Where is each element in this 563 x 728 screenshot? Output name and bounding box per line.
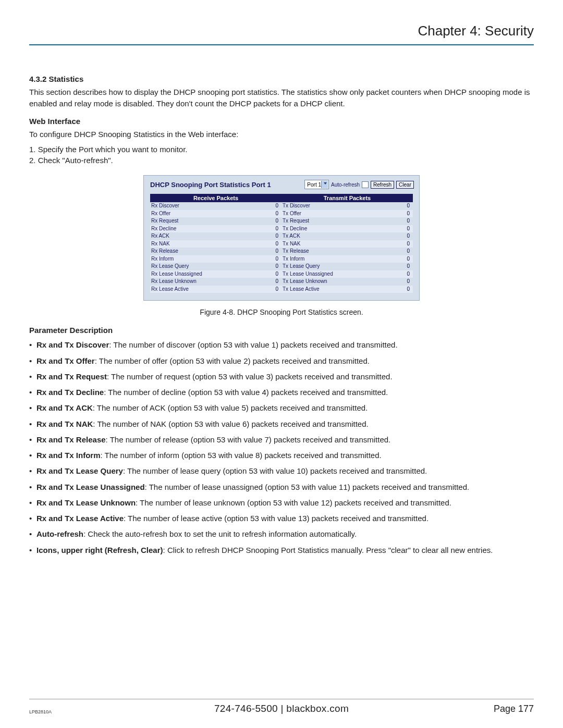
stat-row: Tx Discover0 <box>282 202 413 210</box>
stat-label: Tx Discover <box>283 203 310 209</box>
stat-label: Rx Release <box>151 248 178 255</box>
stat-row: Tx Offer0 <box>282 210 413 218</box>
parameter-item: Auto-refresh: Check the auto-refresh box… <box>29 529 534 539</box>
parameter-item: Rx and Tx Inform: The number of inform (… <box>29 450 534 461</box>
stat-label: Rx Lease Query <box>151 263 189 270</box>
col-receive: Receive Packets <box>150 194 282 202</box>
param-desc: : The number of NAK (option 53 with valu… <box>93 419 368 428</box>
stat-row: Tx Lease Active0 <box>282 286 413 293</box>
stat-value: 0 <box>407 226 410 232</box>
stat-label: Tx Release <box>283 248 309 255</box>
panel-controls: Port 1 Auto-refresh Refresh Clear <box>304 180 414 189</box>
param-term: Rx and Tx Decline <box>36 388 104 397</box>
stat-label: Tx Decline <box>283 226 307 232</box>
stat-row: Tx Decline0 <box>282 225 413 233</box>
stat-row: Rx Lease Query0 <box>150 263 282 270</box>
parameter-item: Rx and Tx Lease Active: The number of le… <box>29 513 534 524</box>
stats-header: Receive Packets Transmit Packets <box>150 194 413 202</box>
stat-row: Rx Release0 <box>150 248 282 255</box>
param-term: Rx and Tx ACK <box>36 403 93 412</box>
stat-label: Rx Lease Unassigned <box>151 271 202 278</box>
param-term: Rx and Tx Request <box>36 372 107 381</box>
stat-label: Tx NAK <box>283 241 300 248</box>
stat-label: Rx ACK <box>151 233 169 240</box>
footer-center: 724-746-5500 | blackbox.com <box>29 703 534 714</box>
param-desc: : The number of offer (option 53 with va… <box>95 356 370 365</box>
parameter-heading: Parameter Description <box>29 326 534 335</box>
param-term: Icons, upper right (Refresh, Clear) <box>36 546 163 554</box>
autorefresh-label: Auto-refresh <box>331 182 360 188</box>
param-desc: : The number of ACK (option 53 with valu… <box>93 403 368 412</box>
rx-column: Rx Discover0Rx Offer0Rx Request0Rx Decli… <box>150 202 282 293</box>
stat-label: Tx Lease Query <box>283 263 320 270</box>
param-term: Rx and Tx Lease Query <box>36 466 123 475</box>
stat-value: 0 <box>275 256 278 263</box>
param-term: Auto-refresh <box>36 529 83 538</box>
stat-value: 0 <box>407 241 410 248</box>
parameter-item: Rx and Tx Decline: The number of decline… <box>29 387 534 398</box>
stat-label: Rx Lease Active <box>151 286 189 293</box>
figure-caption: Figure 4-8. DHCP Snooping Port Statistic… <box>29 308 534 316</box>
param-desc: : The number of lease unassigned (option… <box>145 483 470 491</box>
web-interface-intro: To configure DHCP Snooping Statistics in… <box>29 129 534 140</box>
param-term: Rx and Tx Lease Unknown <box>36 498 136 507</box>
stat-row: Tx NAK0 <box>282 240 413 248</box>
stat-label: Rx Decline <box>151 226 176 232</box>
stat-value: 0 <box>275 226 278 232</box>
stat-row: Rx NAK0 <box>150 240 282 248</box>
stat-label: Tx ACK <box>283 233 300 240</box>
param-desc: : The number of decline (option 53 with … <box>104 388 388 397</box>
stat-row: Rx Lease Unknown0 <box>150 278 282 286</box>
stat-label: Tx Inform <box>283 256 304 263</box>
stat-value: 0 <box>275 233 278 240</box>
stat-value: 0 <box>275 263 278 270</box>
stat-value: 0 <box>275 278 278 285</box>
stat-label: Rx NAK <box>151 241 170 248</box>
stat-value: 0 <box>275 218 278 225</box>
parameter-item: Rx and Tx Discover: The number of discov… <box>29 340 534 350</box>
stat-value: 0 <box>407 271 410 278</box>
stat-value: 0 <box>275 286 278 293</box>
param-desc: : The number of discover (option 53 with… <box>109 340 397 349</box>
stat-row: Tx ACK0 <box>282 232 413 240</box>
page-footer: LPB2810A 724-746-5500 | blackbox.com Pag… <box>29 699 534 714</box>
stat-label: Rx Request <box>151 218 178 225</box>
param-term: Rx and Tx Offer <box>36 356 95 365</box>
stat-value: 0 <box>407 263 410 270</box>
stat-value: 0 <box>407 203 410 209</box>
port-select[interactable]: Port 1 <box>304 180 329 189</box>
stat-value: 0 <box>407 286 410 293</box>
param-term: Rx and Tx Lease Active <box>36 514 124 523</box>
stat-row: Rx Inform0 <box>150 255 282 263</box>
param-term: Rx and Tx Release <box>36 435 106 444</box>
stat-value: 0 <box>407 211 410 217</box>
dhcp-stats-panel: DHCP Snooping Port Statistics Port 1 Por… <box>143 175 420 301</box>
param-term: Rx and Tx NAK <box>36 419 93 428</box>
parameter-item: Rx and Tx Offer: The number of offer (op… <box>29 356 534 366</box>
stat-value: 0 <box>275 211 278 217</box>
param-desc: : The number of request (option 53 with … <box>107 372 393 381</box>
config-step: 1. Specify the Port which you want to mo… <box>29 145 534 154</box>
stat-row: Tx Lease Query0 <box>282 263 413 270</box>
stat-row: Rx Request0 <box>150 217 282 225</box>
chevron-down-icon <box>324 182 327 184</box>
param-term: Rx and Tx Discover <box>36 340 109 349</box>
stat-row: Tx Release0 <box>282 248 413 255</box>
stat-label: Tx Lease Unknown <box>283 278 327 285</box>
stat-value: 0 <box>275 271 278 278</box>
autorefresh-checkbox[interactable] <box>362 181 369 188</box>
parameter-item: Rx and Tx Request: The number of request… <box>29 372 534 382</box>
page-header: Chapter 4: Security <box>29 21 534 45</box>
web-interface-heading: Web Interface <box>29 117 534 126</box>
stat-row: Rx Lease Unassigned0 <box>150 270 282 278</box>
tx-column: Tx Discover0Tx Offer0Tx Request0Tx Decli… <box>282 202 413 293</box>
stat-row: Rx ACK0 <box>150 232 282 240</box>
stat-value: 0 <box>275 248 278 255</box>
col-transmit: Transmit Packets <box>282 194 413 202</box>
clear-button[interactable]: Clear <box>396 181 414 189</box>
stat-value: 0 <box>407 248 410 255</box>
stat-row: Rx Decline0 <box>150 225 282 233</box>
parameter-item: Rx and Tx Lease Unknown: The number of l… <box>29 498 534 508</box>
stat-row: Tx Lease Unassigned0 <box>282 270 413 278</box>
refresh-button[interactable]: Refresh <box>371 181 394 189</box>
